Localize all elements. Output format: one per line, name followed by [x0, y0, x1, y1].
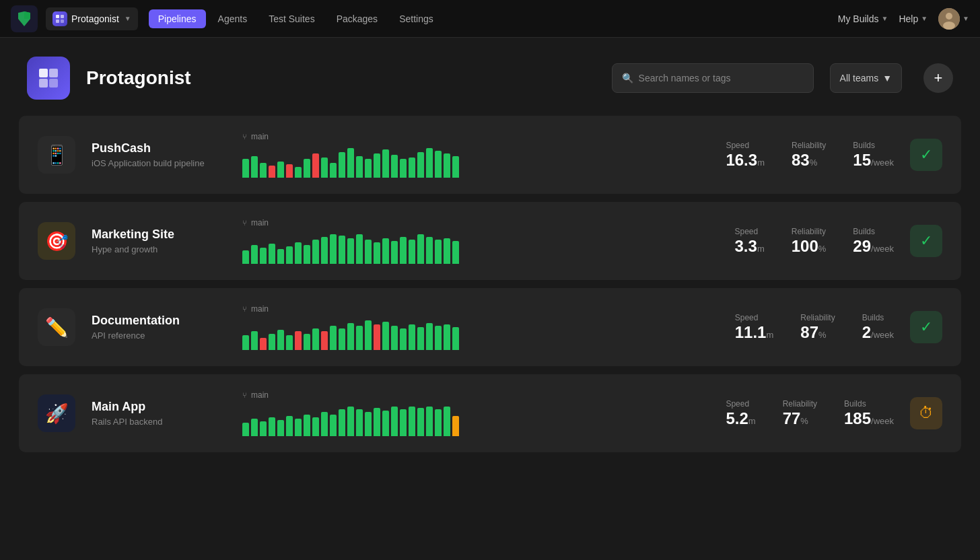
chart-bar — [356, 409, 363, 436]
chart-bar — [295, 167, 302, 178]
chart-bar — [286, 164, 293, 178]
svg-rect-7 — [39, 69, 48, 77]
chart-bar — [312, 328, 319, 350]
chart-bar — [356, 234, 363, 264]
branch-label: ⑂ main — [242, 390, 709, 400]
stat-builds-label: Builds — [853, 141, 894, 150]
stat-builds-label: Builds — [844, 399, 894, 409]
chart-bar — [347, 407, 354, 436]
teams-dropdown[interactable]: All teams ▼ — [830, 63, 902, 93]
stat-builds-value: 185/week — [844, 410, 894, 427]
pipeline-info: Marketing Site Hype and growth — [92, 228, 226, 254]
chart-bar — [304, 334, 310, 350]
brand-dropdown[interactable]: Protagonist ▼ — [46, 7, 138, 30]
chart-bar — [400, 409, 407, 436]
chart-bar — [365, 320, 372, 350]
chart-bar — [339, 409, 345, 436]
brand-icon — [53, 11, 67, 26]
chart-bar — [286, 416, 293, 436]
branch-icon: ⑂ — [242, 219, 247, 227]
chart-bar — [277, 162, 284, 178]
add-pipeline-button[interactable]: + — [923, 63, 953, 93]
chart-bar — [286, 335, 293, 350]
pipeline-card-marketing[interactable]: 🎯 Marketing Site Hype and growth ⑂ main … — [19, 202, 961, 280]
chart-bar — [444, 324, 450, 350]
pipeline-card-mainapp[interactable]: 🚀 Main App Rails API backend ⑂ main Spee… — [19, 374, 961, 452]
nav-item-pipelines[interactable]: Pipelines — [149, 9, 206, 28]
chart-bar — [400, 328, 407, 350]
chart-bar — [330, 163, 337, 178]
pipeline-name: Documentation — [92, 314, 226, 328]
stat-reliability: Reliability 83% — [792, 141, 826, 169]
stat-reliability-value: 77% — [783, 410, 817, 427]
chart-bar — [426, 323, 433, 350]
page-logo — [27, 57, 70, 100]
chart-bar — [444, 407, 450, 436]
chart-bar — [330, 415, 337, 436]
page-title: Protagonist — [86, 67, 191, 89]
page-header: Protagonist 🔍 All teams ▼ + — [0, 38, 980, 116]
pipeline-card-pushcash[interactable]: 📱 PushCash iOS Application build pipelin… — [19, 116, 961, 194]
brand-name: Protagonist — [71, 13, 119, 24]
chart-bar — [347, 238, 354, 264]
help-chevron-icon: ▼ — [921, 15, 928, 22]
chart-bar — [347, 323, 354, 350]
pipeline-stats: Speed 16.3m Reliability 83% Builds 15/we… — [726, 141, 894, 169]
pipeline-name: Main App — [92, 400, 226, 414]
chart-bar — [417, 408, 424, 436]
chart-bars — [242, 232, 719, 264]
stat-speed-label: Speed — [726, 399, 755, 409]
chart-bar — [339, 328, 345, 350]
chart-bar — [339, 152, 345, 178]
chart-bar — [426, 237, 433, 264]
pipeline-icon: ✏️ — [38, 308, 75, 346]
chart-bar — [444, 238, 450, 264]
chart-bar — [277, 330, 284, 350]
stat-reliability-value: 100% — [792, 238, 827, 255]
chart-bar — [277, 420, 284, 436]
pipeline-stats: Speed 5.2m Reliability 77% Builds 185/we… — [726, 399, 894, 427]
chart-bar — [260, 163, 267, 178]
nav-item-settings[interactable]: Settings — [390, 9, 443, 28]
nav-item-agents[interactable]: Agents — [209, 9, 257, 28]
pipeline-icon: 🚀 — [38, 394, 75, 432]
chart-bar — [400, 237, 407, 264]
chart-bar — [260, 248, 267, 264]
user-avatar-button[interactable]: ▼ — [938, 8, 969, 30]
search-input[interactable] — [639, 73, 804, 83]
chart-bar — [321, 412, 328, 436]
stat-reliability: Reliability 100% — [792, 227, 827, 255]
chart-bar — [295, 331, 302, 350]
chart-bar — [312, 153, 319, 178]
pipeline-info: PushCash iOS Application build pipeline — [92, 141, 226, 168]
chart-bar — [382, 411, 389, 436]
nav-item-testsuites[interactable]: Test Suites — [259, 9, 324, 28]
chart-bar — [295, 419, 302, 436]
my-builds-chevron-icon: ▼ — [881, 15, 888, 22]
stat-speed: Speed 11.1m — [735, 313, 774, 341]
chart-bars — [242, 318, 719, 350]
pipeline-info: Documentation API reference — [92, 314, 226, 341]
help-button[interactable]: Help ▼ — [899, 13, 928, 24]
stat-reliability-label: Reliability — [792, 227, 827, 236]
chart-bar — [304, 415, 310, 436]
chart-bar — [321, 158, 328, 178]
stat-speed-value: 3.3m — [735, 238, 765, 255]
my-builds-button[interactable]: My Builds ▼ — [838, 13, 888, 24]
chart-bar — [347, 148, 354, 178]
pipeline-card-documentation[interactable]: ✏️ Documentation API reference ⑂ main Sp… — [19, 288, 961, 366]
branch-label: ⑂ main — [242, 132, 709, 141]
chart-bar — [304, 245, 310, 264]
chart-bar — [356, 326, 363, 350]
nav-item-packages[interactable]: Packages — [327, 9, 387, 28]
chart-bar — [330, 326, 337, 350]
chart-bar — [321, 331, 328, 350]
svg-point-6 — [943, 22, 955, 30]
chart-bar — [435, 409, 442, 436]
stat-speed-value: 11.1m — [735, 324, 774, 341]
status-check-icon: ✓ — [920, 232, 932, 250]
branch-icon: ⑂ — [242, 391, 247, 399]
chart-bar — [452, 416, 459, 436]
stat-reliability: Reliability 87% — [800, 313, 835, 341]
chart-bar — [260, 338, 267, 350]
